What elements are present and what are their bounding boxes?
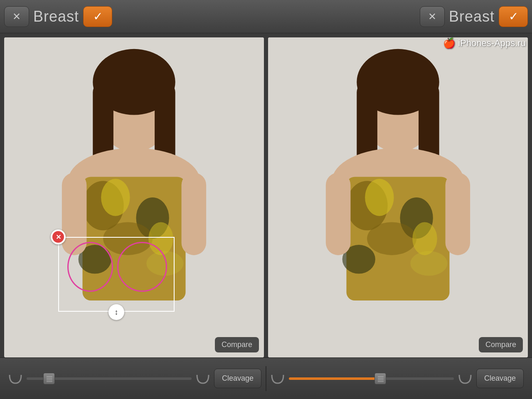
- breast-icon-right-small: [271, 373, 285, 384]
- left-panel: ✕ ↕ Compare: [4, 37, 264, 357]
- confirm-button-left[interactable]: ✓: [83, 6, 112, 27]
- breast-icon-left-small: [8, 373, 22, 384]
- right-breast-circle[interactable]: [117, 242, 167, 292]
- resize-icon: ↕: [115, 308, 118, 317]
- svg-point-13: [101, 179, 130, 216]
- title-right: Breast: [449, 8, 495, 25]
- delete-icon: ✕: [52, 231, 64, 243]
- right-panel: Compare: [268, 37, 528, 357]
- compare-button-right[interactable]: Compare: [479, 337, 523, 352]
- bottom-right-controls: Cleavage: [266, 369, 528, 388]
- svg-rect-33: [446, 172, 470, 255]
- svg-point-30: [365, 179, 394, 216]
- x-icon-right: ✕: [428, 11, 436, 22]
- right-image: [268, 37, 528, 357]
- apple-icon: 🍎: [443, 37, 456, 49]
- svg-point-31: [412, 222, 437, 255]
- cancel-button-right[interactable]: ✕: [420, 6, 445, 27]
- cleavage-button-left[interactable]: Cleavage: [214, 369, 261, 388]
- slider-thumb-icon-right: [375, 373, 387, 385]
- right-person-svg: [268, 37, 528, 357]
- slider-thumb-left[interactable]: [43, 373, 55, 384]
- slider-left[interactable]: [27, 377, 192, 380]
- main-content: ✕ ↕ Compare: [0, 33, 532, 357]
- cleavage-button-right[interactable]: Cleavage: [476, 369, 524, 388]
- cleavage-label-left: Cleavage: [222, 374, 254, 382]
- breast-icon-left-large: [196, 373, 210, 384]
- left-breast-circle[interactable]: [67, 242, 113, 292]
- x-icon-left: ✕: [12, 11, 21, 22]
- confirm-button-right[interactable]: ✓: [499, 6, 528, 27]
- watermark: 🍎 iPhones-Apps.ru: [443, 37, 526, 49]
- left-image: ✕ ↕: [4, 37, 264, 357]
- slider-thumb-right[interactable]: [374, 373, 386, 384]
- svg-point-29: [410, 251, 447, 276]
- watermark-text: iPhones-Apps.ru: [458, 38, 526, 49]
- top-bar-left-section: ✕ Breast ✓: [4, 6, 266, 27]
- compare-button-left[interactable]: Compare: [215, 337, 259, 352]
- top-bar-right-section: ✕ Breast ✓: [266, 6, 528, 27]
- svg-point-27: [367, 222, 416, 255]
- svg-rect-16: [182, 172, 207, 255]
- cancel-button-left[interactable]: ✕: [4, 6, 29, 27]
- breast-icon-right-large: [458, 373, 472, 384]
- bottom-left-controls: Cleavage: [4, 369, 266, 388]
- compare-label-right: Compare: [485, 340, 516, 349]
- selection-box[interactable]: ✕ ↕: [58, 237, 175, 312]
- top-bar: ✕ Breast ✓ ✕ Breast ✓: [0, 0, 532, 33]
- slider-thumb-icon-left: [44, 373, 55, 385]
- compare-label-left: Compare: [222, 340, 252, 349]
- delete-selection-button[interactable]: ✕: [51, 229, 66, 244]
- svg-rect-32: [326, 172, 351, 255]
- check-icon-left: ✓: [93, 10, 103, 23]
- resize-handle[interactable]: ↕: [108, 304, 124, 320]
- check-icon-right: ✓: [509, 10, 518, 23]
- cleavage-label-right: Cleavage: [484, 374, 516, 382]
- title-left: Breast: [33, 8, 79, 25]
- slider-right[interactable]: [289, 377, 454, 380]
- bottom-bar: Cleavage Cleavage: [0, 357, 532, 399]
